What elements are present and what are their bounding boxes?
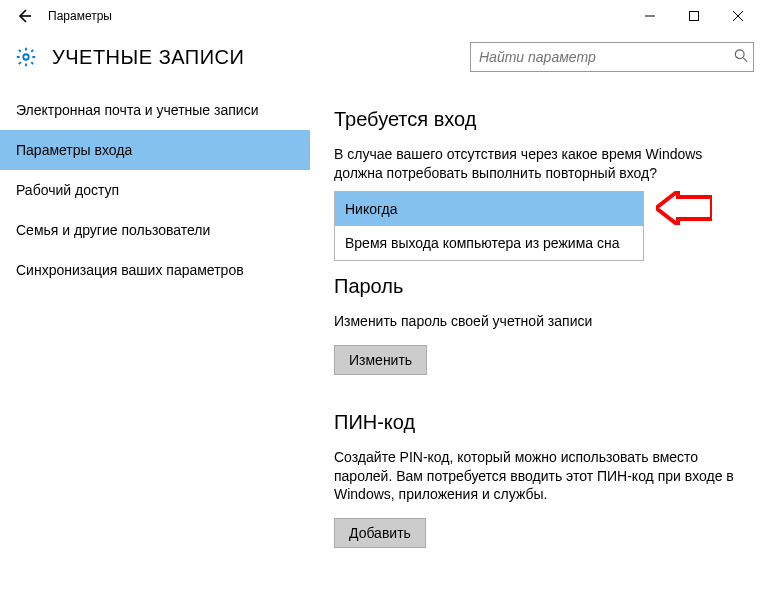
- sidebar-item-family-users[interactable]: Семья и другие пользователи: [0, 210, 310, 250]
- back-arrow-icon: [15, 7, 33, 25]
- close-button[interactable]: [716, 2, 760, 30]
- password-heading: Пароль: [334, 275, 748, 298]
- maximize-button[interactable]: [672, 2, 716, 30]
- password-description: Изменить пароль своей учетной записи: [334, 312, 748, 331]
- gear-icon: [14, 45, 38, 69]
- window-title: Параметры: [48, 9, 628, 23]
- svg-rect-0: [690, 12, 699, 21]
- svg-point-1: [23, 54, 29, 60]
- sidebar-item-signin-options[interactable]: Параметры входа: [0, 130, 310, 170]
- sidebar-item-sync-settings[interactable]: Синхронизация ваших параметров: [0, 250, 310, 290]
- pin-heading: ПИН-код: [334, 411, 748, 434]
- signin-description: В случае вашего отсутствия через какое в…: [334, 145, 748, 183]
- close-icon: [733, 11, 743, 21]
- add-pin-button[interactable]: Добавить: [334, 518, 426, 548]
- sidebar-item-email-accounts[interactable]: Электронная почта и учетные записи: [0, 90, 310, 130]
- dropdown-option-never[interactable]: Никогда: [335, 192, 643, 226]
- minimize-button[interactable]: [628, 2, 672, 30]
- minimize-icon: [645, 11, 655, 21]
- signin-timeout-dropdown[interactable]: Никогда Время выхода компьютера из режим…: [334, 191, 644, 261]
- sidebar: Электронная почта и учетные записи Парам…: [0, 90, 310, 605]
- sidebar-item-work-access[interactable]: Рабочий доступ: [0, 170, 310, 210]
- change-password-button[interactable]: Изменить: [334, 345, 427, 375]
- dropdown-option-sleep[interactable]: Время выхода компьютера из режима сна: [335, 226, 643, 260]
- pin-description: Создайте PIN-код, который можно использо…: [334, 448, 748, 505]
- page-title: УЧЕТНЫЕ ЗАПИСИ: [52, 46, 244, 69]
- maximize-icon: [689, 11, 699, 21]
- search-input[interactable]: [470, 42, 754, 72]
- back-button[interactable]: [8, 0, 40, 32]
- signin-heading: Требуется вход: [334, 108, 748, 131]
